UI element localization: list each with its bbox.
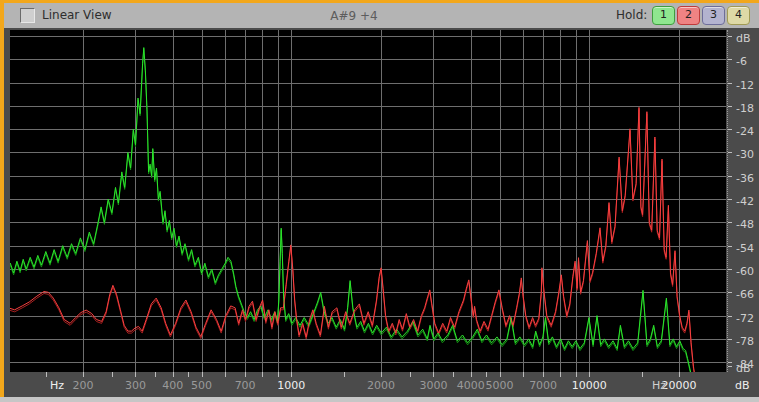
db-axis-label: -6 (736, 55, 747, 68)
db-axis-tick (728, 152, 732, 153)
db-axis-tick (728, 106, 732, 107)
spectrum-chart (10, 30, 726, 372)
hz-axis-tick (486, 372, 487, 377)
hz-axis-tick (291, 372, 292, 377)
hz-axis-tick (202, 372, 203, 377)
db-axis-tick (728, 83, 732, 84)
hz-axis-tick (410, 372, 411, 377)
hz-axis-tick (188, 372, 189, 377)
hz-axis-tick (642, 372, 643, 377)
window-border-left (0, 0, 4, 397)
spectrum-plot-area[interactable] (10, 30, 726, 372)
hz-axis-label: 5000 (486, 379, 514, 392)
db-axis-tick (728, 366, 732, 367)
hz-axis-tick (471, 372, 472, 377)
hz-axis-tick (344, 372, 345, 377)
hz-axis-tick (543, 372, 544, 377)
db-axis-label: -36 (736, 172, 754, 185)
hz-axis-tick (433, 372, 434, 377)
hz-axis-tick (381, 372, 382, 377)
hz-unit-left: Hz (50, 379, 64, 392)
db-axis-label: -24 (736, 125, 754, 138)
hz-axis-tick (500, 372, 501, 377)
db-axis-label: -72 (736, 312, 754, 325)
hz-axis-tick (135, 372, 136, 377)
hold-button-4[interactable]: 4 (727, 6, 750, 25)
plot-region: dB-6-12-18-24-30-36-42-48-54-60-66-72-78… (4, 28, 759, 397)
hz-axis-tick (46, 372, 47, 377)
hz-axis-label: 300 (125, 379, 146, 392)
spectrum-analyzer-window: Linear View A#9 +4 Hold: 1 2 3 4 dB-6-12… (0, 0, 759, 402)
note-readout: A#9 +4 (4, 9, 704, 23)
hz-axis-tick (155, 372, 156, 377)
hz-axis-tick (560, 372, 561, 377)
hz-axis-tick (112, 372, 113, 377)
hz-axis-label: 4000 (457, 379, 485, 392)
hz-axis-tick (589, 372, 590, 377)
hz-axis-tick (225, 372, 226, 377)
db-axis-label: -18 (736, 102, 754, 115)
window-border-bottom (0, 397, 759, 402)
hz-axis-label: 2000 (367, 379, 395, 392)
hz-axis-label: 10000 (572, 379, 607, 392)
db-axis-label: -30 (736, 148, 754, 161)
hz-axis-tick (576, 372, 577, 377)
hz-unit-right: Hz (652, 379, 666, 392)
hz-axis-label: 7000 (529, 379, 557, 392)
db-axis-tick (728, 362, 732, 363)
db-axis-label: -42 (736, 195, 754, 208)
db-axis-tick (728, 36, 732, 37)
db-axis-tick (728, 269, 732, 270)
db-axis-label: -78 (736, 335, 754, 348)
hz-axis-label: 3000 (419, 379, 447, 392)
hz-axis-label: 200 (73, 379, 94, 392)
db-axis-tick (728, 316, 732, 317)
db-unit-corner: dB (735, 379, 750, 392)
hz-axis-tick (173, 372, 174, 377)
db-axis-tick (728, 222, 732, 223)
db-axis-tick (728, 199, 732, 200)
hz-axis-label: 700 (235, 379, 256, 392)
db-axis-tick (728, 59, 732, 60)
db-axis-tick (728, 292, 732, 293)
db-axis-label: -60 (736, 265, 754, 278)
db-axis-label: -48 (736, 218, 754, 231)
hold-label: Hold: (616, 8, 647, 22)
hz-axis-tick (523, 372, 524, 377)
hz-axis-tick (83, 372, 84, 377)
hz-axis-label: 1000 (277, 379, 305, 392)
hz-axis-label: 400 (162, 379, 183, 392)
hz-axis-tick (245, 372, 246, 377)
hz-axis-label: 500 (191, 379, 212, 392)
hz-axis-tick (453, 372, 454, 377)
hz-axis-tick (262, 372, 263, 377)
hold-button-2[interactable]: 2 (677, 6, 700, 25)
header-bar: Linear View A#9 +4 Hold: 1 2 3 4 (4, 3, 759, 28)
hz-axis-tick (278, 372, 279, 377)
db-axis-label: dB (736, 32, 751, 45)
hold-button-1[interactable]: 1 (652, 6, 675, 25)
db-axis-tick (728, 129, 732, 130)
db-axis-label: -54 (736, 242, 754, 255)
hold-button-3[interactable]: 3 (702, 6, 725, 25)
db-axis-tick (728, 339, 732, 340)
hz-axis-tick (679, 372, 680, 377)
hz-axis: 2003004005007001000200030004000500070001… (4, 372, 759, 397)
db-axis-label: -66 (736, 288, 754, 301)
hold-2-red-curve-shadow (10, 109, 695, 372)
hold-2-red-curve (10, 107, 695, 372)
db-axis-tick (728, 246, 732, 247)
db-axis-label: -12 (736, 79, 754, 92)
db-axis: dB-6-12-18-24-30-36-42-48-54-60-66-72-78… (727, 30, 759, 372)
db-axis-tick (728, 176, 732, 177)
hz-axis-label: 20000 (662, 379, 697, 392)
